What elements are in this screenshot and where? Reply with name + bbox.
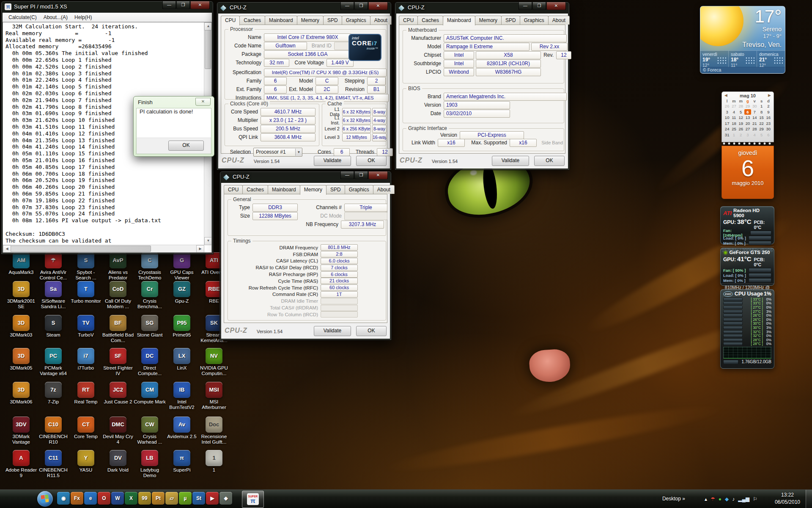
word-icon[interactable]: W (111, 492, 124, 505)
folder-icon[interactable]: ▱ (165, 492, 178, 505)
calendar-day[interactable]: 23 (765, 121, 772, 127)
tab-graphics[interactable]: Graphics (520, 16, 549, 25)
desktop-icon[interactable]: 3D3DMark06 (5, 382, 37, 405)
calendar-day[interactable]: 2 (738, 132, 744, 138)
close-button[interactable]: ✕ (190, 1, 210, 9)
tab-memory[interactable]: Memory (475, 16, 502, 25)
desktop-icon[interactable]: DocRecensione Intel Gulft... (198, 417, 230, 444)
desktop-icon[interactable]: NVNVIDIA GPU Computin... (198, 348, 230, 376)
tab-memory[interactable]: Memory (297, 16, 324, 25)
calendar-day[interactable]: 1 (758, 103, 765, 109)
cpuz-titlebar[interactable]: CPU-Z — ❐ ✕ (395, 2, 569, 14)
superpi-titlebar[interactable]: π Super PI / mod1.5 XS — ❐ ✕ (1, 1, 213, 13)
desktop-icon[interactable]: GGPU Caps Viewer (166, 252, 198, 280)
minimize-button[interactable]: — (340, 2, 354, 10)
tab-cpu[interactable]: CPU (221, 16, 240, 25)
calendar-day[interactable]: 29 (744, 103, 751, 109)
maximize-button[interactable]: ❐ (176, 1, 190, 9)
desktop-icon[interactable]: IBIntel BurnTestV2 (166, 382, 198, 410)
calendar-day[interactable]: 4 (751, 132, 758, 138)
calendar-day[interactable]: 28 (738, 103, 744, 109)
calendar-day[interactable]: 20 (744, 121, 751, 127)
calendar-day[interactable]: 1 (730, 132, 737, 138)
calendar-next-icon[interactable]: ▶ (768, 93, 771, 98)
taskbar-clock[interactable]: 13:22 06/05/2010 (775, 491, 800, 506)
prism-icon[interactable]: ◆ (219, 492, 232, 505)
tab-about[interactable]: About (373, 185, 395, 194)
antivirus-icon[interactable]: ☂ (710, 496, 715, 502)
desktop-icon[interactable]: AMAquaMark3 (5, 252, 37, 275)
calendar-day[interactable]: 3 (744, 132, 751, 138)
forecast-day[interactable]: venerdì19°12° (700, 51, 728, 67)
desktop-icon[interactable]: DVDark Void (102, 450, 134, 473)
media-center-icon[interactable]: ◉ (57, 492, 70, 505)
desktop-toolbar[interactable]: Desktop » (662, 496, 685, 502)
desktop-icon[interactable]: CCryostasis TechDemo (134, 252, 166, 280)
calendar-day[interactable]: 11 (730, 115, 737, 121)
calendar-day[interactable]: 28 (751, 126, 758, 132)
tab-about[interactable]: About (370, 16, 392, 25)
forecast-day[interactable]: sabato18°11° (728, 51, 757, 67)
utorrent-icon[interactable]: µ (179, 492, 192, 505)
calendar-day[interactable]: 19 (738, 121, 744, 127)
tab-caches[interactable]: Caches (417, 16, 443, 25)
scroll-down-icon[interactable]: ▼ (204, 237, 212, 245)
ok-button[interactable]: OK (356, 156, 387, 166)
calendar-day[interactable]: 14 (751, 115, 758, 121)
desktop-icon[interactable]: GZGpu-Z (166, 281, 198, 304)
desktop-icon[interactable]: SGStone Giant (134, 315, 166, 338)
calendar-day[interactable]: 21 (751, 121, 758, 127)
desktop-icon[interactable]: C11CINEBENCH R11.5 (37, 450, 69, 478)
calendar-day[interactable]: 3 (724, 109, 730, 115)
desktop-icon[interactable]: DMCDevil May Cry 4 (102, 417, 134, 444)
calendar-day[interactable]: 6 (765, 132, 772, 138)
validate-button[interactable]: Validate (314, 326, 351, 336)
superpi-taskbar-button[interactable]: SUPER π (242, 491, 264, 508)
tab-mainboard[interactable]: Mainboard (265, 16, 297, 25)
calendar-day[interactable]: 7 (751, 109, 758, 115)
calendar-gadget[interactable]: ◀ mag 10 ▶ lmmgvsd2627282930123456789101… (721, 91, 774, 142)
calendar-day[interactable]: 17 (724, 121, 730, 127)
calendar-day[interactable]: 6 (744, 109, 751, 115)
paint-icon[interactable]: Pt (152, 492, 165, 505)
desktop-icon[interactable]: AvAvidemux 2.5 (166, 417, 198, 439)
media-player-icon[interactable]: ▶ (206, 492, 219, 505)
desktop-icon[interactable]: DCDirect Compute... (134, 348, 166, 376)
ok-button[interactable]: OK (168, 141, 204, 151)
tab-graphics[interactable]: Graphics (345, 185, 373, 194)
desktop-icon[interactable]: AAdobe Reader 9 (5, 450, 37, 478)
close-icon[interactable]: ✕ (195, 98, 211, 106)
action-center-icon[interactable]: ⚐ (753, 496, 757, 502)
desktop-icon[interactable]: SSteam (37, 315, 69, 338)
validate-button[interactable]: Validate (314, 156, 351, 166)
tab-memory[interactable]: Memory (300, 185, 326, 195)
desktop-icon[interactable]: YYASU (70, 450, 102, 473)
tab-mainboard[interactable]: Mainboard (443, 16, 475, 25)
desktop-icon[interactable]: RTReal Temp (70, 382, 102, 405)
calendar-day[interactable]: 26 (724, 103, 730, 109)
desktop-icon[interactable]: SSpybot - Search ... (70, 252, 102, 280)
calculator-icon[interactable]: 99 (138, 492, 151, 505)
desktop-icon[interactable]: CWCrysis Warhead ... (134, 417, 166, 444)
calendar-day[interactable]: 9 (765, 109, 772, 115)
minimize-button[interactable]: — (518, 2, 532, 10)
desktop-icon[interactable]: SaSiSoftware Sandra Li... (37, 281, 69, 309)
calendar-day[interactable]: 15 (758, 115, 765, 121)
desktop-icon[interactable]: 3D3DMark2001 SE (5, 281, 37, 309)
tab-cpu[interactable]: CPU (399, 16, 418, 25)
desktop-icon[interactable]: P95Prime95 (166, 315, 198, 338)
cpuz-titlebar[interactable]: CPU-Z — ❐ ✕ (217, 2, 391, 14)
desktop-icon[interactable]: 11 (198, 450, 230, 473)
calendar-day[interactable]: 4 (730, 109, 737, 115)
desktop-icon[interactable]: AvPAliens vs Predator (102, 252, 134, 280)
desktop-icon[interactable]: 3D3DMark03 (5, 315, 37, 338)
calendar-day[interactable]: 29 (758, 126, 765, 132)
menu-calculate[interactable]: Calculate(C) (5, 14, 40, 20)
forecast-day[interactable]: domenica21°12° (757, 51, 785, 67)
minimize-button[interactable]: — (162, 1, 176, 9)
desktop-icon[interactable]: BFBattlefield Bad Com... (102, 315, 134, 343)
hidden-icons-icon[interactable]: ▴ (705, 496, 707, 502)
processor-select[interactable]: Processor #1▼ (253, 148, 302, 157)
maximize-button[interactable]: ❐ (532, 2, 546, 10)
desktop-icon[interactable]: LXLinX (166, 348, 198, 371)
